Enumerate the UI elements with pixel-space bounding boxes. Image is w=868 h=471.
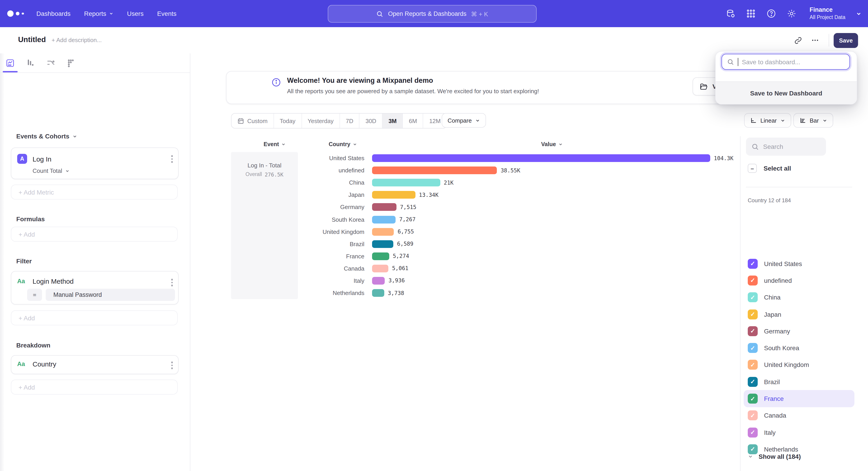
nav-users[interactable]: Users: [127, 10, 144, 17]
show-all-toggle[interactable]: Show all (184): [748, 453, 801, 460]
project-switcher[interactable]: Finance All Project Data: [809, 6, 845, 21]
chevron-down-icon: [352, 142, 357, 147]
column-header-value[interactable]: Value: [541, 141, 563, 147]
range-today[interactable]: Today: [274, 114, 302, 128]
add-description[interactable]: + Add description...: [52, 37, 102, 43]
metric-menu-button[interactable]: [171, 155, 173, 163]
bar-segment[interactable]: [372, 154, 710, 162]
metric-card[interactable]: A Log In Count Total: [11, 147, 179, 179]
add-filter-button[interactable]: + Add: [11, 311, 178, 325]
chevron-down-icon[interactable]: [856, 11, 862, 17]
tab-insights[interactable]: [0, 53, 20, 72]
chart-row: Canada5,061: [300, 262, 734, 275]
bar-category-label: undefined: [300, 167, 364, 174]
global-search-input[interactable]: Open Reports & Dashboards ⌘ + K: [328, 5, 537, 23]
country-filter-row[interactable]: ✓Canada: [744, 407, 855, 424]
nav-reports[interactable]: Reports: [84, 10, 114, 17]
event-total-cell[interactable]: Log In - Total Overall276.5K: [231, 152, 298, 299]
breakdown-card[interactable]: Aa Country: [11, 355, 179, 374]
filter-card[interactable]: Aa Login Method = Manual Password: [11, 271, 179, 304]
country-filter-row[interactable]: ✓Brazil: [744, 373, 855, 390]
chart-type-selector[interactable]: Bar: [794, 113, 833, 127]
tab-retention[interactable]: [61, 53, 81, 72]
country-filter-row[interactable]: ✓South Korea: [744, 340, 855, 356]
filter-menu-button[interactable]: [171, 279, 173, 286]
range-6m[interactable]: 6M: [403, 114, 423, 128]
more-options-button[interactable]: [809, 34, 822, 47]
country-filter-row[interactable]: ✓Germany: [744, 323, 855, 340]
country-checkbox[interactable]: ✓: [748, 292, 758, 302]
filter-operator[interactable]: =: [27, 289, 42, 301]
country-label: Germany: [764, 328, 790, 335]
scale-selector[interactable]: Linear: [744, 113, 791, 127]
filter-value[interactable]: Manual Password: [46, 289, 175, 301]
country-checkbox[interactable]: ✓: [748, 394, 758, 404]
event-overall: Overall276.5K: [246, 172, 283, 178]
bar-segment[interactable]: [372, 203, 397, 211]
country-filter-row[interactable]: ✓China: [744, 289, 855, 306]
country-checkbox[interactable]: ✓: [748, 326, 758, 336]
country-checkbox[interactable]: ✓: [748, 411, 758, 420]
bar-segment[interactable]: [372, 191, 415, 199]
range-custom[interactable]: Custom: [231, 114, 274, 128]
country-filter-row[interactable]: ✓Japan: [744, 306, 855, 323]
country-filter-row[interactable]: ✓Italy: [744, 424, 855, 441]
bar-segment[interactable]: [372, 228, 394, 235]
country-checkbox[interactable]: ✓: [748, 427, 758, 437]
column-header-event[interactable]: Event: [264, 141, 286, 147]
country-checkbox[interactable]: ✓: [748, 360, 758, 370]
aggregation-selector[interactable]: Count Total: [33, 168, 69, 174]
range-yesterday[interactable]: Yesterday: [302, 114, 340, 128]
bar-segment[interactable]: [372, 179, 440, 186]
add-formula-button[interactable]: + Add: [11, 227, 178, 242]
breakdown-menu-button[interactable]: [171, 361, 173, 369]
tab-flows[interactable]: [41, 53, 61, 72]
add-metric-button[interactable]: + Add Metric: [11, 185, 178, 200]
country-checkbox[interactable]: ✓: [748, 343, 758, 353]
mixpanel-insights-report: Dashboards Reports Users Events Open Rep…: [0, 0, 868, 471]
bar-segment[interactable]: [372, 289, 384, 297]
metric-name[interactable]: Log In: [33, 155, 51, 163]
save-to-new-dashboard-button[interactable]: Save to New Dashboard: [716, 82, 857, 104]
select-all-row[interactable]: – Select all: [748, 164, 791, 173]
compare-button[interactable]: Compare: [442, 113, 486, 127]
tab-funnels[interactable]: [20, 53, 41, 72]
filter-property-name[interactable]: Login Method: [33, 277, 74, 285]
select-all-checkbox[interactable]: –: [748, 164, 757, 173]
apps-grid-icon[interactable]: [746, 8, 756, 19]
bar-segment[interactable]: [372, 253, 389, 260]
save-button[interactable]: Save: [834, 33, 858, 48]
report-title[interactable]: Untitled: [18, 35, 46, 44]
country-filter-row[interactable]: ✓France: [744, 390, 855, 407]
bar-segment[interactable]: [372, 277, 385, 285]
add-breakdown-button[interactable]: + Add: [11, 380, 178, 394]
column-header-country[interactable]: Country: [329, 141, 357, 147]
legend-search-input[interactable]: Search: [746, 138, 826, 156]
nav-dashboards[interactable]: Dashboards: [36, 10, 70, 17]
range-7d[interactable]: 7D: [340, 114, 360, 128]
bar-segment[interactable]: [372, 215, 396, 223]
data-connections-icon[interactable]: [725, 8, 735, 19]
bar-segment[interactable]: [372, 167, 497, 174]
save-dashboard-search-input[interactable]: Save to dashboard...: [721, 54, 850, 70]
country-checkbox[interactable]: ✓: [748, 275, 758, 286]
range-3m[interactable]: 3M: [383, 114, 403, 128]
gear-icon[interactable]: [786, 8, 796, 19]
country-filter-row[interactable]: ✓United Kingdom: [744, 356, 855, 374]
events-cohorts-header[interactable]: Events & Cohorts: [16, 133, 78, 140]
bar-category-label: Brazil: [300, 240, 364, 247]
country-filter-row[interactable]: ✓United States: [744, 255, 855, 272]
bar-segment[interactable]: [372, 240, 394, 248]
country-checkbox[interactable]: ✓: [748, 377, 758, 387]
country-checkbox[interactable]: ✓: [748, 309, 758, 319]
divider: [746, 187, 852, 187]
help-icon[interactable]: [766, 8, 776, 19]
nav-events[interactable]: Events: [157, 10, 177, 17]
copy-link-button[interactable]: [792, 34, 804, 47]
range-30d[interactable]: 30D: [360, 114, 383, 128]
mixpanel-logo-icon[interactable]: [7, 10, 24, 17]
bar-segment[interactable]: [372, 265, 389, 272]
country-filter-row[interactable]: ✓undefined: [744, 272, 855, 289]
country-checkbox[interactable]: ✓: [748, 259, 758, 268]
breakdown-property-name[interactable]: Country: [33, 360, 56, 368]
